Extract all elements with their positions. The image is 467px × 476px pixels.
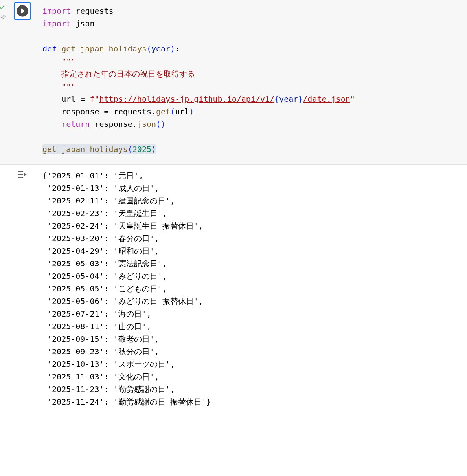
code-cell: 秒 import requests import json def get_ja… xyxy=(0,0,467,165)
output-gutter xyxy=(0,165,39,416)
var-url: url xyxy=(61,94,75,104)
docstring-body: 指定された年の日本の祝日を取得する xyxy=(61,69,195,79)
paren-open: ( xyxy=(128,145,132,154)
var-response: response xyxy=(61,107,99,116)
docstring-close: """ xyxy=(61,82,75,91)
output-line: '2025-05-05': 'こどもの日', xyxy=(42,284,167,293)
output-line: '2025-02-11': '建国記念の日', xyxy=(42,196,175,205)
brace-close: } xyxy=(298,94,303,104)
url-literal-part2: /date.json xyxy=(303,94,350,104)
exec-indicator: 秒 xyxy=(0,2,39,20)
call-line-highlight: get_japan_holidays(2025) xyxy=(42,144,156,154)
run-cell-button[interactable] xyxy=(14,2,31,20)
dq-close: " xyxy=(350,94,355,104)
output-line: '2025-05-04': 'みどりの日', xyxy=(42,271,167,281)
function-call-name: get_japan_holidays xyxy=(42,145,128,154)
module-requests: requests xyxy=(75,6,113,16)
json-call: json xyxy=(137,119,156,129)
output-line: '2025-11-03': '文化の日', xyxy=(42,372,159,381)
dot: . xyxy=(151,107,156,116)
output-cell: {'2025-01-01': '元日', '2025-01-13': '成人の日… xyxy=(0,165,467,416)
keyword-import: import xyxy=(42,6,71,16)
get-call: get xyxy=(156,107,170,116)
dot: . xyxy=(132,119,137,129)
output-line: '2025-04-29': '昭和の日', xyxy=(42,246,159,256)
eq: = xyxy=(80,94,85,104)
output-line: '2025-05-03': '憲法記念日', xyxy=(42,259,167,268)
output-line: '2025-05-06': 'みどりの日 振替休日', xyxy=(42,297,203,306)
checkmark-icon xyxy=(0,5,5,10)
dq-open: " xyxy=(94,94,99,104)
url-literal-part1: https://holidays-jp.github.io/api/v1/ xyxy=(99,94,275,104)
paren-open: ( xyxy=(147,44,151,53)
output-line: '2025-09-23': '秋分の日', xyxy=(42,347,159,356)
cell-gutter: 秒 xyxy=(0,0,39,164)
module-json: json xyxy=(75,19,94,28)
var-response: response xyxy=(94,119,132,129)
output-line: {'2025-01-01': '元日', xyxy=(42,171,143,180)
eq: = xyxy=(104,107,109,116)
paren-open: ( xyxy=(170,107,175,116)
output-line: '2025-08-11': '山の日', xyxy=(42,322,151,331)
exec-seconds-label: 秒 xyxy=(1,13,6,21)
output-line: '2025-03-20': '春分の日', xyxy=(42,234,159,243)
output-line: '2025-11-24': '勤労感謝の日 振替休日'} xyxy=(42,397,211,406)
code-editor[interactable]: import requests import json def get_japa… xyxy=(39,0,467,164)
paren-open: ( xyxy=(156,119,161,129)
fstr-year: year xyxy=(279,94,298,104)
output-line: '2025-07-21': '海の日', xyxy=(42,309,151,319)
keyword-return: return xyxy=(61,119,90,129)
requests-mod: requests xyxy=(114,107,151,116)
paren-close: ) xyxy=(151,145,156,154)
output-line: '2025-02-24': '天皇誕生日 振替休日', xyxy=(42,221,203,231)
paren-close: ) xyxy=(189,107,194,116)
docstring-open: """ xyxy=(61,57,75,66)
output-line: '2025-02-23': '天皇誕生日', xyxy=(42,209,167,218)
param-year: year xyxy=(151,44,170,53)
keyword-def: def xyxy=(42,44,57,53)
output-line: '2025-01-13': '成人の日', xyxy=(42,183,159,193)
keyword-import: import xyxy=(42,19,71,28)
colon: : xyxy=(175,44,180,53)
brace-open: { xyxy=(274,94,279,104)
f-prefix: f xyxy=(90,94,94,104)
output-line: '2025-11-23': '勤労感謝の日', xyxy=(42,384,175,394)
output-line: '2025-09-15': '敬老の日', xyxy=(42,334,159,344)
output-line: '2025-10-13': 'スポーツの日', xyxy=(42,359,175,369)
arg-url: url xyxy=(175,107,189,116)
cell-output-text: {'2025-01-01': '元日', '2025-01-13': '成人の日… xyxy=(39,165,467,416)
function-name: get_japan_holidays xyxy=(61,44,147,53)
output-expand-icon[interactable] xyxy=(17,169,28,179)
play-icon xyxy=(16,5,29,17)
output-icon-wrap xyxy=(0,167,39,179)
paren-close: ) xyxy=(170,44,175,53)
call-arg-year: 2025 xyxy=(132,145,151,154)
paren-close: ) xyxy=(161,119,165,129)
